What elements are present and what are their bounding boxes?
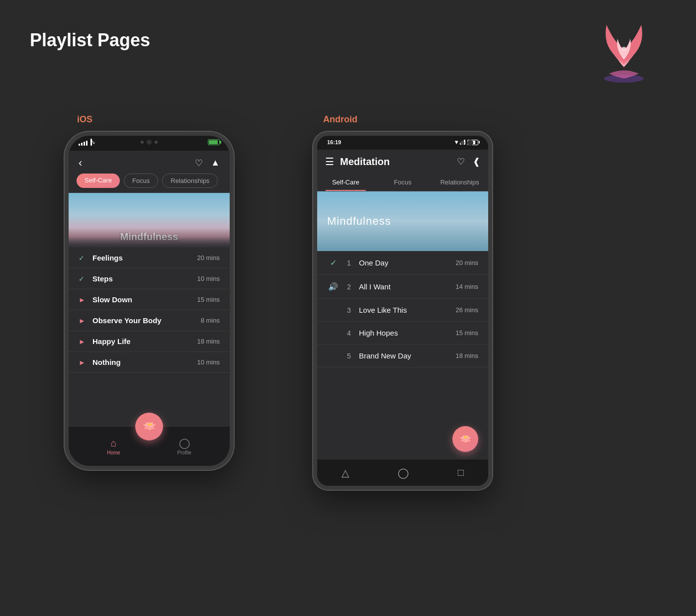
track-1-check-icon: ✓ [330, 258, 337, 267]
android-share-icon[interactable]: ❰ [473, 156, 480, 167]
track-2-speaker-icon: 🔊 [328, 282, 338, 291]
ios-action-icons: ♡ ▲︎ [195, 158, 220, 169]
ios-tab-relationships[interactable]: Relationships [162, 174, 218, 188]
track-5-play-icon: ► [79, 338, 87, 346]
android-cam-main [467, 140, 473, 146]
signal-bar-1 [79, 144, 80, 146]
android-hero-image: Mindfulness [317, 191, 488, 251]
ios-back-button[interactable]: ‹ [79, 157, 82, 170]
track-4-name: High Hopes [359, 329, 449, 337]
ios-track-4[interactable]: ► Observe Your Body 8 mins [69, 310, 230, 331]
android-track-5[interactable]: 5 Brand New Day 18 mins [317, 345, 488, 367]
notch-dot2 [155, 141, 158, 144]
ios-heart-icon[interactable]: ♡ [195, 158, 203, 169]
ios-label: iOS [77, 114, 92, 125]
android-home-button[interactable]: ◯ [398, 467, 409, 479]
ios-share-icon[interactable]: ▲︎ [211, 158, 220, 169]
android-track-3[interactable]: 3 Love Like This 26 mins [317, 299, 488, 322]
signal-bar-3 [84, 142, 85, 146]
track-4-duration: 15 mins [455, 329, 478, 337]
track-4-name: Observe Your Body [92, 316, 195, 325]
ios-notch [141, 140, 158, 145]
ios-power-button [233, 195, 234, 228]
ios-volume-up-button [65, 185, 66, 203]
android-track-2[interactable]: 🔊 2 All I Want 14 mins [317, 275, 488, 299]
track-3-number: 3 [345, 306, 353, 314]
ios-track-1[interactable]: ✓ Feelings 20 mins [69, 248, 230, 268]
track-5-duration: 18 mins [455, 352, 478, 359]
track-4-number: 4 [345, 329, 353, 337]
ios-nav-home[interactable]: ⌂ Home [107, 438, 120, 455]
track-2-duration: 14 mins [455, 283, 478, 290]
track-1-name: One Day [359, 259, 449, 267]
android-cam-small [460, 141, 464, 145]
android-hero-title: Mindfulness [327, 215, 391, 228]
ios-track-5[interactable]: ► Happy Life 18 mins [69, 331, 230, 352]
ios-tab-selfcare[interactable]: Self-Care [77, 174, 120, 188]
track-3-name: Slow Down [92, 295, 191, 304]
ios-track-2[interactable]: ✓ Steps 10 mins [69, 268, 230, 289]
android-fab-lotus-icon: 🪷 [459, 433, 472, 445]
ios-battery [208, 139, 220, 145]
ios-nav-profile-label: Profile [177, 450, 191, 455]
track-3-play-icon: ► [79, 296, 87, 304]
android-track-4[interactable]: 4 High Hopes 15 mins [317, 322, 488, 345]
track-1-number: 1 [345, 259, 353, 267]
ios-tabs: Self-Care Focus Relationships [69, 174, 230, 193]
track-3-name: Love Like This [359, 306, 449, 314]
ios-track-6[interactable]: ► Nothing 10 mins [69, 352, 230, 373]
ios-screen: ‹ ♡ ▲︎ Self-Care Focus Relationships Min… [69, 151, 230, 466]
track-1-status: ✓ [327, 258, 339, 267]
android-recents-button[interactable]: □ [458, 467, 464, 478]
track-6-name: Nothing [92, 358, 191, 366]
android-tab-focus[interactable]: Focus [374, 174, 432, 191]
track-2-number: 2 [345, 283, 353, 291]
ios-hero-overlay [69, 228, 230, 248]
ios-volume-down-button [65, 208, 66, 225]
android-bottom-nav: △ ◯ □ [317, 459, 488, 486]
svg-point-1 [622, 47, 626, 51]
hamburger-menu-icon[interactable]: ☰ [325, 156, 334, 168]
track-4-play-icon: ► [79, 317, 87, 325]
android-heart-icon[interactable]: ♡ [457, 156, 465, 167]
ios-fab-lotus-icon: 🪷 [143, 420, 156, 433]
ios-fab-button[interactable]: 🪷 [135, 413, 163, 440]
ios-bottom-nav: ⌂ Home 🪷 ◯ Profile [69, 426, 230, 466]
track-2-check-icon: ✓ [79, 275, 87, 283]
android-track-1[interactable]: ✓ 1 One Day 20 mins [317, 251, 488, 275]
track-1-duration: 20 mins [455, 259, 478, 266]
track-1-duration: 20 mins [197, 254, 220, 262]
android-power-button [491, 190, 492, 215]
page-title: Playlist Pages [30, 30, 150, 51]
android-fab-button[interactable]: 🪷 [452, 426, 478, 452]
track-4-duration: 8 mins [201, 317, 220, 324]
track-6-duration: 10 mins [197, 358, 220, 366]
ios-phone: ∿ ‹ ♡ ▲︎ Self-Care Focus Relationships M… [65, 132, 234, 470]
profile-icon: ◯ [179, 437, 190, 449]
ios-tab-focus[interactable]: Focus [124, 174, 158, 188]
track-2-name: All I Want [359, 282, 449, 291]
android-screen: ☰ Meditation ♡ ❰ Self-Care Focus Relatio… [317, 150, 488, 486]
wifi-icon-ios: ∿ [90, 139, 92, 146]
android-tab-relationships[interactable]: Relationships [431, 174, 488, 191]
android-label: Android [323, 114, 357, 125]
ios-battery-fill [209, 140, 218, 144]
track-2-name: Steps [92, 274, 191, 283]
track-1-check-icon: ✓ [79, 254, 87, 262]
android-status-bar: 16:19 ▾ [327, 139, 478, 146]
android-app-title: Meditation [340, 156, 451, 168]
android-back-button[interactable]: △ [342, 467, 349, 479]
ios-track-3[interactable]: ► Slow Down 15 mins [69, 289, 230, 310]
android-appbar-actions: ♡ ❰ [457, 156, 480, 167]
track-3-duration: 26 mins [455, 306, 478, 314]
android-tabs: Self-Care Focus Relationships [317, 174, 488, 191]
notch-camera [147, 140, 152, 145]
ios-top-nav: ‹ ♡ ▲︎ [69, 151, 230, 174]
android-tab-selfcare[interactable]: Self-Care [317, 174, 374, 191]
home-icon: ⌂ [111, 438, 117, 449]
track-3-duration: 15 mins [197, 296, 220, 303]
signal-bar-2 [81, 143, 83, 146]
android-appbar: ☰ Meditation ♡ ❰ [317, 150, 488, 174]
track-5-name: Happy Life [92, 337, 191, 346]
ios-nav-profile[interactable]: ◯ Profile [177, 437, 191, 455]
